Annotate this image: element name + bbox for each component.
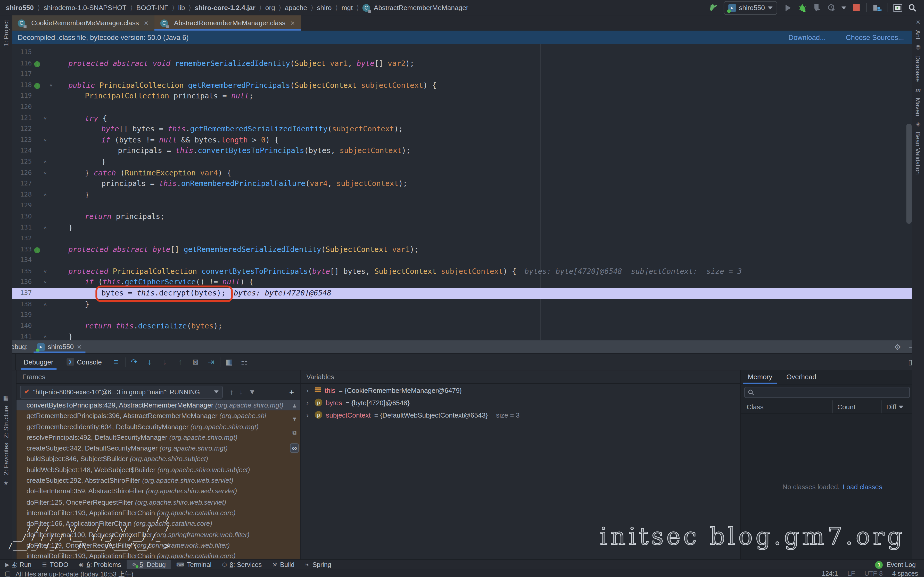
filter-icon[interactable]: ▼: [249, 388, 256, 396]
line-number[interactable]: 116: [12, 58, 32, 69]
fold-marker-icon[interactable]: ˄: [44, 334, 47, 340]
expand-chevron-icon[interactable]: ›: [307, 399, 311, 406]
expand-chevron-icon[interactable]: ›: [307, 411, 311, 418]
trace-settings-icon[interactable]: ⚏: [238, 357, 251, 366]
code-line-128[interactable]: 128˄}: [12, 189, 913, 200]
stop-button[interactable]: [851, 3, 861, 12]
code-line-122[interactable]: 122byte[] bytes = this.getRememberedSeri…: [12, 124, 913, 135]
code-line-132[interactable]: 132: [12, 233, 913, 244]
line-number[interactable]: 127: [12, 179, 32, 190]
toolwindow-button-services[interactable]: ⬡8: Services: [217, 560, 267, 569]
line-number[interactable]: 131: [12, 222, 32, 234]
code-line-134[interactable]: 134: [12, 255, 913, 266]
line-number[interactable]: 135: [12, 266, 32, 277]
line-number[interactable]: 115: [12, 47, 32, 58]
code-line-130[interactable]: 130return principals;: [12, 211, 913, 222]
load-classes-link[interactable]: Load classes: [843, 483, 882, 490]
fold-marker-icon[interactable]: ˄: [44, 301, 47, 307]
code-line-117[interactable]: 117: [12, 69, 913, 80]
line-number[interactable]: 124: [12, 145, 32, 156]
sidebar-item-bean-validation[interactable]: Bean Validation: [912, 132, 924, 175]
sidebar-item-database[interactable]: Database: [912, 55, 924, 82]
next-frame-icon[interactable]: ↓: [239, 388, 243, 396]
settings-gear-icon[interactable]: ⚙: [894, 342, 901, 351]
sidebar-item-favorites[interactable]: 2: Favorites: [0, 443, 12, 475]
breadcrumb[interactable]: shiro550⟩shirodemo-1.0-SNAPSHOT⟩BOOT-INF…: [0, 3, 468, 12]
step-into-icon[interactable]: ↓: [143, 357, 156, 366]
line-number[interactable]: 128: [12, 189, 32, 200]
line-number[interactable]: 140: [12, 321, 32, 332]
code-line-140[interactable]: 140return this.deserialize(bytes);: [12, 321, 913, 332]
toolwindow-button-problems[interactable]: ◉6: Problems: [74, 560, 127, 569]
line-number[interactable]: 134: [12, 255, 32, 266]
code-line-131[interactable]: 131˄}: [12, 222, 913, 234]
frames-list[interactable]: ▲ ▼ ⧉ ∞ convertBytesToPrincipals:429, Ab…: [16, 400, 300, 559]
line-number[interactable]: 130: [12, 211, 32, 222]
stack-frame[interactable]: createSubject:342, DefaultSecurityManage…: [16, 443, 300, 454]
fold-marker-icon[interactable]: ˄: [44, 192, 47, 198]
column-count[interactable]: Count: [832, 400, 881, 413]
breadcrumb-item[interactable]: shiro: [317, 4, 331, 11]
stack-frame[interactable]: doFilterInternal:100, RequestContextFilt…: [16, 529, 300, 540]
stack-frame[interactable]: doFilter:125, OncePerRequestFilter (org.…: [16, 496, 300, 508]
breadcrumb-item[interactable]: shiro550: [6, 4, 34, 11]
code-line-119[interactable]: 119PrincipalCollection principals = null…: [12, 91, 913, 102]
sidebar-item-ant[interactable]: Ant: [912, 30, 924, 39]
event-log-button[interactable]: 1Event Log: [875, 561, 924, 569]
fold-marker-icon[interactable]: ˄: [44, 159, 47, 165]
code-line-139[interactable]: 139: [12, 310, 913, 321]
line-number[interactable]: 118: [12, 80, 32, 91]
toolwindow-button-debug[interactable]: ⚙5: Debug: [126, 560, 171, 569]
line-number[interactable]: 123: [12, 135, 32, 146]
debug-session-tab[interactable]: ▸ shiro550 ✕: [32, 340, 86, 353]
project-structure-icon[interactable]: [872, 3, 882, 12]
line-number[interactable]: 122: [12, 124, 32, 135]
sidebar-item-structure[interactable]: Z: Structure: [0, 406, 12, 438]
code-line-135[interactable]: 135˅protected PrincipalCollection conver…: [12, 266, 913, 277]
stack-frame[interactable]: getRememberedIdentity:604, DefaultSecuri…: [16, 421, 300, 432]
breadcrumb-item[interactable]: mgt: [341, 4, 353, 11]
code-line-137[interactable]: 137bytes = this.decrypt(bytes);bytes: by…: [12, 288, 913, 299]
code-line-141[interactable]: 141˄}: [12, 332, 913, 340]
close-icon[interactable]: ✕: [144, 20, 149, 26]
fold-marker-icon[interactable]: ˅: [44, 115, 47, 121]
evaluate-expression-icon[interactable]: ▦: [223, 357, 235, 366]
run-button[interactable]: [782, 3, 792, 12]
variable-row[interactable]: ›psubjectContext = {DefaultWebSubjectCon…: [300, 409, 740, 421]
code-line-118[interactable]: 118↑˅public PrincipalCollection getRemem…: [12, 80, 913, 91]
toolwindow-button-terminal[interactable]: ⌨Terminal: [171, 560, 217, 569]
profiler-chevron-down-icon[interactable]: [842, 6, 846, 9]
force-step-into-icon[interactable]: ↓: [158, 357, 171, 366]
code-line-126[interactable]: 126˅} catch (RuntimeException var4) {: [12, 168, 913, 179]
expand-chevron-icon[interactable]: ›: [307, 387, 311, 393]
line-number[interactable]: 137: [12, 288, 32, 299]
code-line-115[interactable]: 115: [12, 47, 913, 58]
sidebar-item-maven[interactable]: Maven: [912, 98, 924, 116]
code-line-129[interactable]: 129: [12, 200, 913, 211]
stack-frame[interactable]: doFilter:166, ApplicationFilterChain (or…: [16, 518, 300, 529]
line-number[interactable]: 125: [12, 156, 32, 168]
code-line-124[interactable]: 124principals = this.convertBytesToPrinc…: [12, 145, 913, 156]
close-icon[interactable]: ✕: [77, 343, 82, 350]
code-editor[interactable]: 115116↓protected abstract void rememberS…: [12, 44, 913, 340]
implemented-marker-icon[interactable]: ↓: [34, 61, 40, 67]
scroll-down-icon[interactable]: ▼: [292, 416, 297, 422]
toolwindow-button-spring[interactable]: ❧Spring: [300, 560, 337, 569]
toolwindow-button-build[interactable]: ⚒Build: [267, 560, 300, 569]
override-marker-icon[interactable]: ↑: [34, 83, 40, 89]
async-stacks-icon[interactable]: ∞: [290, 443, 299, 453]
stack-frame[interactable]: getRememberedPrincipals:396, AbstractRem…: [16, 411, 300, 421]
toolwindow-button-todo[interactable]: ☰TODO: [37, 560, 74, 569]
tab-cookie-remember-me-manager[interactable]: C CookieRememberMeManager.class ✕: [12, 15, 155, 31]
variable-row[interactable]: ›this = {CookieRememberMeManager@6479}: [300, 384, 740, 396]
close-icon[interactable]: ✕: [290, 20, 295, 26]
stack-frame[interactable]: doFilter:119, OncePerRequestFilter (org.…: [16, 540, 300, 551]
tab-memory[interactable]: Memory: [741, 370, 779, 384]
code-line-133[interactable]: 133↓protected abstract byte[] getRemembe…: [12, 244, 913, 255]
variable-row[interactable]: ›pbytes = {byte[4720]@6548}: [300, 396, 740, 409]
thread-selector[interactable]: ✔ "http-nio-8080-exec-10"@6...3 in group…: [20, 385, 223, 398]
fold-marker-icon[interactable]: ˅: [44, 279, 47, 285]
fold-marker-icon[interactable]: ˅: [50, 82, 53, 89]
fold-marker-icon[interactable]: ˄: [44, 225, 47, 230]
line-number[interactable]: 136: [12, 277, 32, 288]
